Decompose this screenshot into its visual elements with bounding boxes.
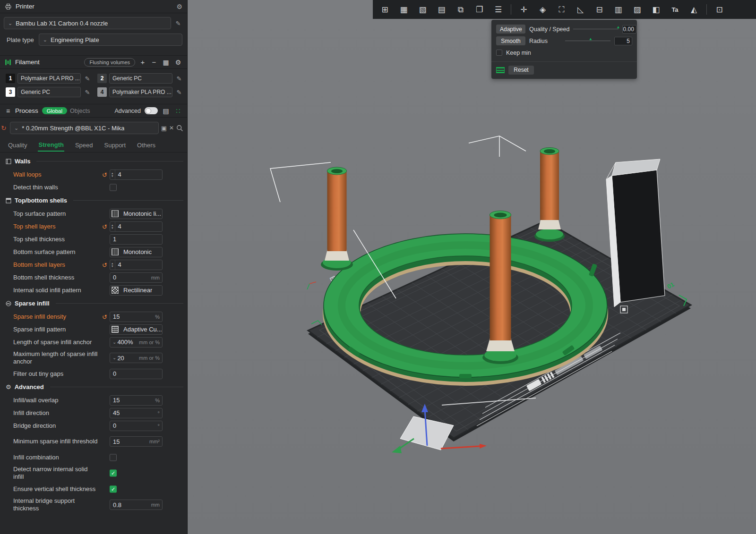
plate-type-select[interactable]: ⌄ Engineering Plate xyxy=(39,34,182,46)
color-paint-icon[interactable]: ◭ xyxy=(687,3,700,16)
move-tool-icon[interactable]: ✛ xyxy=(517,3,530,16)
filament-2-name[interactable]: Generic PC xyxy=(109,73,172,84)
anchor-max-length-select[interactable]: ⌄ 20 mm or % xyxy=(110,353,163,363)
sync-preset-icon[interactable]: ↻ xyxy=(1,124,8,132)
edit-filament-icon[interactable]: ✎ xyxy=(175,75,183,82)
edit-filament-icon[interactable]: ✎ xyxy=(83,75,92,82)
remove-filament-button[interactable]: − xyxy=(150,58,158,66)
infill-direction-input[interactable]: 45 ° xyxy=(110,408,163,418)
process-preset-select[interactable]: ⌄ * 0.20mm Strength @BBL X1C - Mika xyxy=(10,122,159,134)
top-shell-layers-input[interactable]: ▴▾ 4 xyxy=(110,221,163,232)
tab-strength[interactable]: Strength xyxy=(38,139,64,152)
detect-narrow-solid-checkbox[interactable] xyxy=(110,470,117,477)
auto-orient-icon[interactable]: ▧ xyxy=(416,3,429,16)
keep-min-checkbox[interactable] xyxy=(496,50,502,56)
object-list-icon[interactable]: ☰ xyxy=(492,3,505,16)
revert-icon[interactable]: ↺ xyxy=(102,223,107,230)
add-filament-button[interactable]: + xyxy=(139,58,146,66)
scale-tool-icon[interactable]: ⛶ xyxy=(555,3,568,16)
top-shell-thickness-input[interactable]: 1 xyxy=(110,234,163,245)
edit-printer-icon[interactable]: ✎ xyxy=(174,20,182,27)
scope-global-button[interactable]: Global xyxy=(42,107,67,114)
spinner-arrows[interactable]: ▴▾ xyxy=(110,260,115,270)
save-preset-icon[interactable]: ▣ xyxy=(161,125,167,132)
detect-thin-walls-checkbox[interactable] xyxy=(110,184,117,191)
internal-bridge-thickness-input[interactable]: 0.8 mm xyxy=(110,500,163,510)
internal-solid-infill-pattern-select[interactable]: Rectilinear xyxy=(110,285,163,296)
filament-2-color-swatch[interactable]: 2 xyxy=(97,74,107,83)
filament-1-name[interactable]: Polymaker PLA PRO ... xyxy=(17,73,81,84)
anchor-length-select[interactable]: ⌄ 400% mm or % xyxy=(110,337,163,348)
infill-wall-overlap-input[interactable]: 15 % xyxy=(110,395,163,406)
slider-handle[interactable]: ▲ xyxy=(589,37,593,41)
layer-height-icon[interactable]: ▥ xyxy=(612,3,625,16)
add-plate-icon[interactable]: ▦ xyxy=(397,3,410,16)
reset-button[interactable]: Reset xyxy=(508,66,534,75)
text-tool-icon[interactable]: Ta xyxy=(669,3,681,16)
edit-filament-icon[interactable]: ✎ xyxy=(175,89,183,96)
bottom-shell-thickness-input[interactable]: 0 mm xyxy=(110,272,163,283)
cut-tool-icon[interactable]: ⊟ xyxy=(593,3,606,16)
support-paint-icon[interactable]: ▨ xyxy=(631,3,644,16)
param-row-bottom-shell-thickness: Bottom shell thickness 0 mm xyxy=(6,271,183,284)
paste-icon[interactable]: ❐ xyxy=(473,3,486,16)
clear-preset-icon[interactable]: ✕ xyxy=(169,125,174,131)
rotate-tool-icon[interactable]: ◈ xyxy=(536,3,549,16)
setting-list-icon[interactable]: ▤ xyxy=(162,107,170,115)
infill-combination-checkbox[interactable] xyxy=(110,454,117,461)
scope-objects-button[interactable]: Objects xyxy=(70,108,90,114)
ams-icon[interactable]: ▦ xyxy=(162,59,170,66)
adaptive-button[interactable]: Adaptive xyxy=(496,25,525,34)
wall-loops-input[interactable]: ▴▾ 4 xyxy=(110,170,163,180)
min-sparse-threshold-input[interactable]: 15 mm² xyxy=(110,436,163,447)
search-icon[interactable] xyxy=(176,125,183,132)
filter-tiny-gaps-input[interactable]: 0 xyxy=(110,369,163,379)
bridge-direction-label: Bridge direction xyxy=(6,422,99,430)
assembly-view-icon[interactable]: ⊡ xyxy=(713,3,726,16)
printer-select[interactable]: ⌄ Bambu Lab X1 Carbon 0.4 nozzle xyxy=(4,17,171,29)
edit-filament-icon[interactable]: ✎ xyxy=(83,89,92,96)
seam-paint-icon[interactable]: ◧ xyxy=(650,3,662,16)
smooth-button[interactable]: Smooth xyxy=(496,36,525,45)
lay-on-face-icon[interactable]: ◺ xyxy=(574,3,587,16)
radius-slider[interactable]: ▲ xyxy=(565,38,610,44)
filament-4-color-swatch[interactable]: 4 xyxy=(97,87,107,97)
tab-speed[interactable]: Speed xyxy=(75,139,94,151)
arrange-icon[interactable]: ▤ xyxy=(435,3,448,16)
post-model-left[interactable] xyxy=(321,167,353,271)
filament-1-color-swatch[interactable]: 1 xyxy=(6,74,15,83)
radius-value[interactable]: 5 xyxy=(614,37,632,45)
printer-settings-gear-icon[interactable]: ⚙ xyxy=(176,3,182,10)
bridge-direction-input[interactable]: 0 ° xyxy=(110,421,163,431)
ensure-vertical-shell-checkbox[interactable] xyxy=(110,485,117,492)
post-model-right[interactable] xyxy=(534,148,565,242)
revert-icon[interactable]: ↺ xyxy=(102,171,107,178)
revert-icon[interactable]: ↺ xyxy=(102,313,107,320)
infill-combination-label: Infill combination xyxy=(6,454,99,461)
compare-presets-icon[interactable]: ∷ xyxy=(174,107,182,115)
tab-others[interactable]: Others xyxy=(137,139,156,151)
box-model[interactable] xyxy=(606,159,665,307)
flushing-volumes-button[interactable]: Flushing volumes xyxy=(84,58,135,67)
filament-settings-gear-icon[interactable]: ⚙ xyxy=(174,59,182,66)
filament-3-color-swatch[interactable]: 3 xyxy=(6,87,15,97)
filament-3-name[interactable]: Generic PC xyxy=(17,87,81,97)
revert-icon[interactable]: ↺ xyxy=(102,261,107,268)
advanced-toggle[interactable] xyxy=(145,107,158,114)
bottom-surface-pattern-select[interactable]: Monotonic xyxy=(110,247,163,257)
tab-support[interactable]: Support xyxy=(104,139,127,151)
add-object-icon[interactable]: ⊞ xyxy=(378,3,391,16)
viewport-3d[interactable]: Bambu Lab 01 xyxy=(188,0,756,534)
filament-4-name[interactable]: Polymaker PLA PRO ... xyxy=(109,87,172,97)
sparse-infill-pattern-select[interactable]: Adaptive Cu... xyxy=(110,324,163,335)
quality-speed-value[interactable]: 0.00 xyxy=(622,25,636,34)
tab-quality[interactable]: Quality xyxy=(8,139,27,151)
copy-icon[interactable]: ⧉ xyxy=(454,3,467,16)
bottom-shell-layers-input[interactable]: ▴▾ 4 xyxy=(110,260,163,270)
quality-speed-slider[interactable]: ▲ xyxy=(573,26,619,33)
sparse-infill-density-input[interactable]: 15 % xyxy=(110,312,163,322)
top-surface-pattern-select[interactable]: Monotonic li... xyxy=(110,209,163,219)
spinner-arrows[interactable]: ▴▾ xyxy=(110,170,115,179)
spinner-arrows[interactable]: ▴▾ xyxy=(110,222,115,231)
slider-handle[interactable]: ▲ xyxy=(617,25,620,29)
